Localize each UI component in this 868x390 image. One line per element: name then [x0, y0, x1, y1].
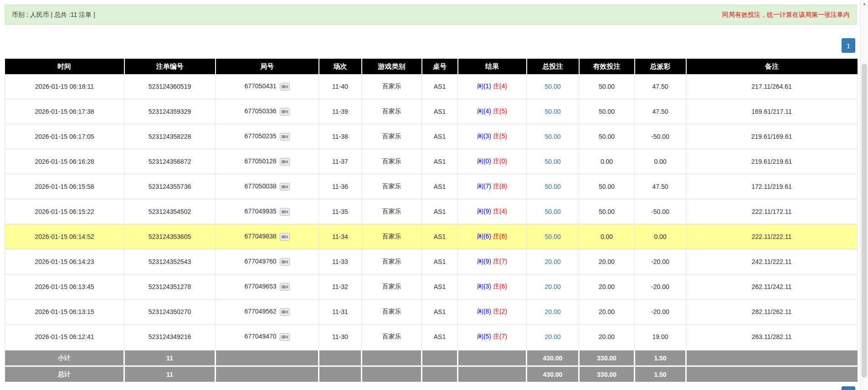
video-icon[interactable] [280, 108, 290, 116]
video-icon[interactable] [280, 208, 290, 216]
cell-total-bet: 20.00 [527, 249, 579, 274]
cell-result: 闲(8)庄(2) [458, 299, 527, 324]
cell-round-number: 677049935 [216, 199, 319, 224]
table-header-row: 时间注单编号局号场次游戏类别桌号结果总投注有效投注总派彩备注 [5, 59, 858, 74]
cell-valid-bet: 50.00 [579, 99, 635, 124]
table-row[interactable]: 2026-01-15 06:17:38 523124359329 6770503… [5, 99, 858, 124]
table-row[interactable]: 2026-01-15 06:14:52 523124353605 6770498… [5, 224, 858, 249]
cell-payout: 47.50 [635, 99, 686, 124]
total-bet-link[interactable]: 50.00 [544, 208, 560, 215]
cell-bet-number: 523124350270 [124, 299, 216, 324]
cell-table-number: AS1 [422, 124, 458, 149]
cell-session: 11-32 [319, 274, 362, 299]
result-player: 闲(9) [477, 258, 491, 265]
cell-valid-bet: 50.00 [579, 199, 635, 224]
column-header: 有效投注 [579, 59, 635, 74]
video-icon[interactable] [280, 233, 290, 241]
video-icon[interactable] [280, 183, 290, 191]
cell-remark: 169.61/217.11 [686, 99, 858, 124]
cell-time: 2026-01-15 06:13:15 [5, 299, 124, 324]
total-bet-link[interactable]: 20.00 [544, 283, 560, 290]
cell-time: 2026-01-15 06:12:41 [5, 324, 124, 350]
result-player: 闲(0) [477, 157, 491, 165]
table-row[interactable]: 2026-01-15 06:14:23 523124352543 6770497… [5, 249, 858, 274]
result-banker: 庄(4) [493, 208, 507, 215]
cell-valid-bet: 20.00 [579, 324, 635, 350]
total-bet-link[interactable]: 50.00 [544, 183, 560, 190]
table-row[interactable]: 2026-01-15 06:12:41 523124349216 6770494… [5, 324, 858, 350]
video-icon[interactable] [280, 308, 290, 316]
cell-round-number: 677049653 [216, 274, 319, 299]
video-icon[interactable] [280, 258, 290, 266]
cell-bet-number: 523124359329 [124, 99, 216, 124]
currency-summary-text: 币别 : 人民币 | 总共 :11 注单 | [12, 11, 95, 19]
cell-remark: 242.11/222.11 [686, 249, 858, 274]
result-player: 闲(5) [477, 333, 491, 340]
empty-cell [216, 366, 319, 382]
total-bet-link[interactable]: 50.00 [544, 233, 560, 240]
cell-remark: 217.11/264.61 [686, 74, 858, 99]
table-row[interactable]: 2026-01-15 06:18:11 523124360519 6770504… [5, 74, 858, 99]
cell-round-number: 677050431 [216, 74, 319, 99]
column-header: 游戏类别 [362, 59, 422, 74]
subtotal-label: 小计 [5, 350, 124, 366]
pagination-page-button-top[interactable]: 1 [842, 38, 855, 53]
cell-table-number: AS1 [422, 224, 458, 249]
result-banker: 庄(5) [493, 132, 507, 140]
cell-game-type: 百家乐 [362, 224, 422, 249]
result-player: 闲(4) [477, 107, 491, 115]
total-bet-link[interactable]: 50.00 [544, 83, 560, 90]
scroll-up-icon[interactable]: ▲ [861, 0, 868, 7]
table-row[interactable]: 2026-01-15 06:13:15 523124350270 6770495… [5, 299, 858, 324]
total-bet-link[interactable]: 50.00 [544, 158, 560, 165]
cell-valid-bet: 0.00 [579, 149, 635, 174]
pagination-page-button-bottom[interactable]: 1 [842, 386, 855, 390]
cell-time: 2026-01-15 06:17:05 [5, 124, 124, 149]
cell-result: 闲(1)庄(4) [458, 74, 527, 99]
empty-cell [422, 366, 458, 382]
video-icon[interactable] [280, 158, 290, 166]
round-number-text: 677049562 [244, 308, 276, 315]
cell-valid-bet: 50.00 [579, 74, 635, 99]
cell-round-number: 677049470 [216, 324, 319, 350]
cell-round-number: 677049760 [216, 249, 319, 274]
total-valid-bet: 330.00 [579, 366, 635, 382]
total-bet-link[interactable]: 20.00 [544, 258, 560, 265]
total-bet-link[interactable]: 20.00 [544, 308, 560, 315]
empty-cell [319, 350, 362, 366]
cell-round-number: 677050235 [216, 124, 319, 149]
result-banker: 庄(0) [493, 157, 507, 165]
cell-bet-number: 523124351278 [124, 274, 216, 299]
result-banker: 庄(8) [493, 182, 507, 190]
round-number-text: 677050336 [244, 107, 276, 115]
table-row[interactable]: 2026-01-15 06:15:58 523124355736 6770500… [5, 174, 858, 199]
empty-cell [686, 350, 858, 366]
round-number-text: 677050038 [244, 182, 276, 190]
result-banker: 庄(7) [493, 258, 507, 265]
vertical-scrollbar[interactable]: ▲ [860, 0, 868, 390]
table-row[interactable]: 2026-01-15 06:16:28 523124356872 6770501… [5, 149, 858, 174]
total-bet-link[interactable]: 20.00 [544, 333, 560, 340]
scrollbar-thumb[interactable] [862, 64, 867, 378]
empty-cell [458, 366, 527, 382]
cell-payout: 47.50 [635, 174, 686, 199]
round-number-text: 677050431 [244, 82, 276, 90]
cell-game-type: 百家乐 [362, 74, 422, 99]
video-icon[interactable] [280, 83, 290, 91]
total-total-bet: 430.00 [527, 366, 579, 382]
result-player: 闲(1) [477, 82, 491, 90]
table-row[interactable]: 2026-01-15 06:17:05 523124358228 6770502… [5, 124, 858, 149]
video-icon[interactable] [280, 283, 290, 291]
cell-bet-number: 523124356872 [124, 149, 216, 174]
video-icon[interactable] [280, 333, 290, 341]
cell-result: 闲(6)庄(6) [458, 224, 527, 249]
top-alert-bar: 币别 : 人民币 | 总共 :11 注单 | 同局有效投注，统一计算在该局第一张… [5, 5, 857, 25]
total-bet-link[interactable]: 50.00 [544, 133, 560, 140]
cell-session: 11-33 [319, 249, 362, 274]
total-bet-link[interactable]: 50.00 [544, 108, 560, 115]
video-icon[interactable] [280, 133, 290, 141]
table-row[interactable]: 2026-01-15 06:13:45 523124351278 6770496… [5, 274, 858, 299]
cell-session: 11-30 [319, 324, 362, 350]
table-row[interactable]: 2026-01-15 06:15:22 523124354502 6770499… [5, 199, 858, 224]
cell-round-number: 677049562 [216, 299, 319, 324]
